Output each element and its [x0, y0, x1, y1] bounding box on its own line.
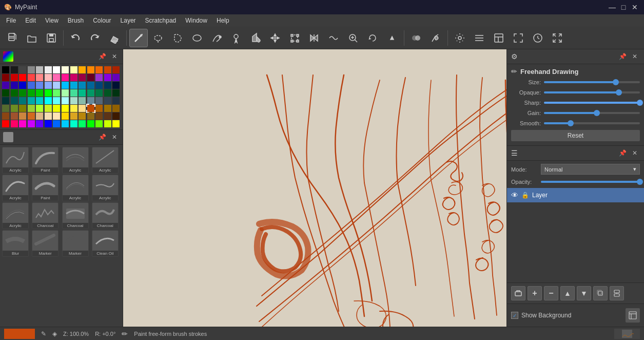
color-cell[interactable]	[45, 66, 52, 73]
ellipse-button[interactable]	[188, 29, 206, 47]
brush-cell-3[interactable]: Acrylic	[62, 147, 89, 174]
color-cell[interactable]	[53, 89, 60, 97]
color-cell[interactable]	[45, 112, 52, 120]
flip-button[interactable]	[305, 29, 323, 47]
color-cell[interactable]	[62, 120, 69, 127]
color-cell[interactable]	[53, 105, 60, 112]
color-cell[interactable]	[36, 66, 43, 73]
color-cell[interactable]	[45, 82, 52, 89]
move-down-button[interactable]: ▼	[577, 286, 591, 300]
color-cell[interactable]	[70, 112, 77, 120]
color-cell[interactable]	[104, 112, 111, 120]
color-cell[interactable]	[79, 105, 86, 112]
clock-button[interactable]	[529, 29, 547, 47]
color-cell[interactable]	[45, 74, 52, 81]
fill-button[interactable]	[246, 29, 265, 47]
color-cell[interactable]	[87, 97, 94, 104]
brush-settings-pin[interactable]: 📌	[617, 51, 628, 62]
color-cell[interactable]	[87, 74, 94, 81]
show-background-checkbox[interactable]	[511, 312, 518, 319]
menu-help[interactable]: Help	[212, 16, 233, 25]
brush-cell-11[interactable]: Charcoal	[62, 202, 89, 229]
color-cell[interactable]	[2, 66, 9, 73]
close-button[interactable]: ✕	[630, 2, 640, 12]
brush-cell-12[interactable]: Charcoal	[92, 202, 119, 229]
color-cell[interactable]	[2, 82, 9, 89]
color-cell[interactable]	[62, 66, 69, 73]
color-cell[interactable]	[36, 74, 43, 81]
opacity-slider[interactable]	[541, 181, 640, 183]
symmetry-button[interactable]	[324, 29, 343, 47]
color-cell[interactable]	[28, 105, 35, 112]
color-cell[interactable]	[95, 120, 103, 127]
color-cell[interactable]	[87, 120, 94, 127]
color-cell[interactable]	[79, 89, 86, 97]
color-cell[interactable]	[62, 97, 69, 104]
color-panel-close[interactable]: ✕	[109, 51, 120, 62]
menu-window[interactable]: Window	[181, 16, 211, 25]
opaque-slider[interactable]	[544, 91, 640, 93]
color-cell[interactable]	[11, 105, 18, 112]
size-slider[interactable]	[544, 81, 640, 83]
settings-button[interactable]	[451, 29, 469, 47]
color-cell[interactable]	[112, 120, 120, 127]
inking-button[interactable]	[207, 29, 226, 47]
color-picker-button[interactable]	[227, 29, 245, 47]
color-cell[interactable]	[28, 112, 35, 120]
color-cell[interactable]	[28, 74, 35, 81]
layer-visibility-icon[interactable]: 👁	[511, 191, 518, 199]
menu-layer[interactable]: Layer	[116, 16, 140, 25]
color-cell[interactable]	[112, 66, 120, 73]
layer-lock-icon[interactable]: 🔒	[521, 192, 529, 199]
color-cell[interactable]	[28, 120, 35, 127]
color-cell[interactable]	[70, 66, 77, 73]
move-button[interactable]	[266, 29, 284, 47]
color-cell[interactable]	[2, 120, 9, 127]
color-cell[interactable]	[45, 97, 52, 104]
color-cell[interactable]	[36, 105, 43, 112]
freehand-select-button[interactable]	[168, 29, 187, 47]
color-cell[interactable]	[62, 112, 69, 120]
brush-cell-7[interactable]: Acrylic	[62, 175, 89, 201]
brush-cell-9[interactable]: Acrylic	[2, 202, 29, 229]
menu-scratchpad[interactable]: Scratchpad	[141, 16, 181, 25]
color-cell[interactable]	[19, 97, 26, 104]
merge-layer-button[interactable]	[610, 286, 624, 300]
color-option-icon[interactable]: ◈	[52, 330, 57, 337]
brush-settings-close[interactable]: ✕	[630, 51, 640, 62]
color-cell[interactable]	[2, 112, 9, 120]
color-cell[interactable]	[87, 112, 94, 120]
shrink-button[interactable]	[548, 29, 567, 47]
color-cell[interactable]	[53, 66, 60, 73]
color-cell[interactable]	[95, 97, 103, 104]
more-button[interactable]	[383, 29, 401, 47]
color-cell[interactable]	[19, 112, 26, 120]
menu2-button[interactable]	[470, 29, 489, 47]
color-cell[interactable]	[53, 82, 60, 89]
gain-slider[interactable]	[544, 112, 640, 114]
color-cell[interactable]	[36, 89, 43, 97]
color-swatch[interactable]	[4, 329, 35, 339]
brush-cell-8[interactable]: Acrylic	[92, 175, 119, 201]
color-cell[interactable]	[45, 120, 52, 127]
color-cell[interactable]	[70, 82, 77, 89]
menu-colour[interactable]: Colour	[89, 16, 115, 25]
color-cell[interactable]	[19, 120, 26, 127]
brush-cell-2[interactable]: Paint	[32, 147, 58, 174]
color-cell[interactable]	[28, 97, 35, 104]
color-cell[interactable]	[95, 89, 103, 97]
color-cell[interactable]	[28, 89, 35, 97]
color-cell[interactable]	[53, 74, 60, 81]
color-cell[interactable]	[36, 112, 43, 120]
fullscreen-button[interactable]	[509, 29, 528, 47]
brush-cell-13[interactable]: Blur	[2, 230, 29, 257]
color-cell[interactable]	[45, 89, 52, 97]
color-cell[interactable]	[19, 89, 26, 97]
brush-cell-16[interactable]: Clean Oil	[92, 230, 119, 257]
color-cell[interactable]	[112, 82, 120, 89]
color-cell[interactable]	[79, 112, 86, 120]
freehand-button[interactable]	[129, 29, 148, 47]
add-background-button[interactable]	[511, 286, 525, 300]
minimize-button[interactable]: —	[607, 2, 617, 12]
color-cell[interactable]	[62, 105, 69, 112]
